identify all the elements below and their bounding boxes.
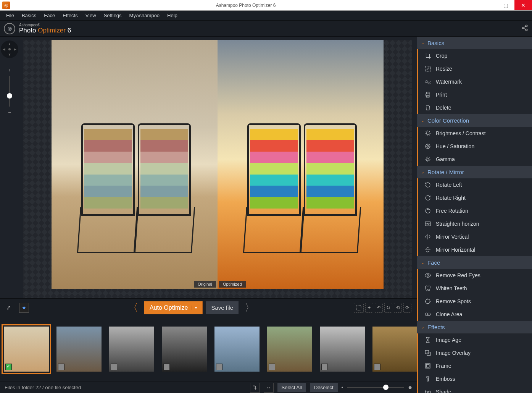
section-rotate-mirror[interactable]: ⌄Rotate / Mirror (417, 166, 532, 178)
hourglass-icon (424, 336, 431, 343)
svg-point-10 (426, 132, 429, 135)
svg-rect-5 (356, 306, 361, 310)
tool-resize[interactable]: Resize (418, 62, 532, 75)
next-image-button[interactable]: 〉 (242, 301, 258, 314)
tool-emboss[interactable]: Emboss (418, 372, 532, 385)
zoom-out-icon[interactable]: − (8, 110, 11, 115)
tool-rotate-left[interactable]: Rotate Left (418, 178, 532, 191)
tool-image-overlay[interactable]: Image Overlay (418, 346, 532, 359)
size-small-icon: • (342, 385, 343, 390)
prev-image-button[interactable]: 〈 (125, 301, 141, 314)
zoom-in-icon[interactable]: + (8, 67, 11, 73)
original-label: Original (194, 281, 216, 288)
thumb-checkbox[interactable] (163, 364, 170, 370)
tool-whiten-teeth[interactable]: Whiten Teeth (418, 282, 532, 295)
thumb-checkbox[interactable] (5, 364, 12, 370)
chevron-down-icon: ⌄ (421, 170, 424, 175)
rotate-right-icon (424, 194, 431, 201)
section-face[interactable]: ⌄Face (417, 256, 532, 269)
deselect-button[interactable]: Deselect (310, 383, 338, 392)
sort-icon[interactable]: ⇅ (250, 383, 260, 393)
thumb-checkbox[interactable] (58, 364, 64, 370)
menu-settings[interactable]: Settings (101, 11, 125, 19)
status-bar: Files in folder 22 / one file selected ⇅… (0, 382, 417, 393)
tool-shade[interactable]: Shade (418, 385, 532, 393)
rotate-left-icon (424, 181, 431, 188)
thumb-size-slider[interactable] (347, 387, 404, 388)
thumbnail[interactable] (214, 327, 260, 372)
maximize-button[interactable]: ▢ (497, 0, 514, 10)
resize-icon-sm[interactable]: ↔ (264, 383, 274, 393)
mirror-vertical-icon (424, 233, 431, 240)
undo-icon[interactable]: ↶ (375, 303, 383, 313)
tool-clone-area[interactable]: Clone Area (418, 308, 532, 321)
tool-hue-saturation[interactable]: Hue / Saturation (418, 140, 532, 153)
menu-face[interactable]: Face (41, 11, 58, 19)
crop-icon (424, 52, 431, 59)
tool-gamma[interactable]: Gamma (418, 153, 532, 166)
menu-help[interactable]: Help (164, 11, 181, 19)
thumbnail[interactable] (56, 327, 102, 372)
brandbar: ◎ Ashampoo® Photo Optimizer 6 (0, 21, 532, 37)
chevron-down-icon: ⌄ (421, 260, 424, 265)
save-file-button[interactable]: Save file (206, 301, 239, 314)
hue-icon (424, 143, 431, 150)
thumb-checkbox[interactable] (111, 364, 117, 370)
thumbnail[interactable] (109, 327, 154, 372)
close-button[interactable]: ✕ (514, 0, 532, 10)
tool-straighten-horizon[interactable]: Straighten horizon (418, 217, 532, 230)
section-basics[interactable]: ⌄Basics (417, 37, 532, 49)
tool-image-age[interactable]: Image Age (418, 333, 532, 346)
straighten-icon (424, 220, 431, 227)
thumbnail[interactable] (162, 327, 207, 372)
tool-print[interactable]: Print (418, 88, 532, 101)
menu-effects[interactable]: Effects (60, 11, 81, 19)
tool-mirror-vertical[interactable]: Mirror Vertical (418, 230, 532, 243)
thumbnail[interactable] (267, 327, 312, 372)
redo-icon[interactable]: ↻ (384, 303, 392, 313)
rotate-left-quick-icon[interactable]: ⟲ (394, 303, 402, 313)
star-filter-icon[interactable]: ★ (19, 303, 29, 313)
svg-line-4 (524, 28, 526, 29)
selection-tool-icon[interactable] (354, 303, 364, 313)
tool-remove-spots[interactable]: Remove Spots (418, 295, 532, 308)
menu-basics[interactable]: Basics (19, 11, 39, 19)
thumbnail[interactable] (372, 327, 417, 372)
thumbnail[interactable] (4, 327, 49, 372)
thumb-checkbox[interactable] (374, 364, 380, 370)
tool-mirror-horizontal[interactable]: Mirror Horizontal (418, 243, 532, 256)
auto-optimize-button[interactable]: Auto Optimize▾ (144, 301, 203, 314)
thumb-checkbox[interactable] (216, 364, 222, 370)
minimize-button[interactable]: — (479, 0, 497, 10)
tool-delete[interactable]: Delete (418, 101, 532, 114)
section-color-correction[interactable]: ⌄Color Correction (417, 114, 532, 127)
chevron-down-icon: ⌄ (421, 325, 424, 330)
tool-remove-red-eyes[interactable]: Remove Red Eyes (418, 269, 532, 282)
menubar: File Basics Face Effects View Settings M… (0, 11, 532, 21)
tool-frame[interactable]: Frame (418, 359, 532, 372)
magic-tool-icon[interactable]: ✦ (365, 303, 373, 313)
tool-rotate-right[interactable]: Rotate Right (418, 191, 532, 204)
rotate-right-quick-icon[interactable]: ⟳ (403, 303, 411, 313)
brightness-icon (424, 130, 431, 137)
collapse-icon[interactable]: ⤢ (4, 303, 13, 312)
thumb-checkbox[interactable] (321, 364, 328, 370)
window-title: Ashampoo Photo Optimizer 6 (12, 3, 479, 8)
select-all-button[interactable]: Select All (277, 383, 306, 392)
optimized-label: Optimized (219, 281, 246, 288)
section-effects[interactable]: ⌄Effects (417, 321, 532, 333)
thumb-checkbox[interactable] (269, 364, 275, 370)
share-icon[interactable] (521, 24, 528, 33)
menu-view[interactable]: View (82, 11, 99, 19)
menu-myashampoo[interactable]: MyAshampoo (126, 11, 163, 19)
tool-crop[interactable]: Crop (418, 49, 532, 62)
tool-free-rotation[interactable]: Free Rotation (418, 204, 532, 217)
thumbnail[interactable] (320, 327, 365, 372)
tool-watermark[interactable]: Watermark (418, 75, 532, 88)
tool-brightness-contrast[interactable]: Brightness / Contrast (418, 127, 532, 140)
optimized-pane: Optimized (218, 40, 384, 289)
pan-wheel[interactable]: ▲▼◀▶ (1, 40, 18, 58)
image-canvas[interactable]: ◀▶ Original Optimized (23, 40, 412, 298)
tools-panel: ⌄Basics Crop Resize Watermark Print Dele… (417, 37, 532, 393)
menu-file[interactable]: File (3, 11, 17, 19)
